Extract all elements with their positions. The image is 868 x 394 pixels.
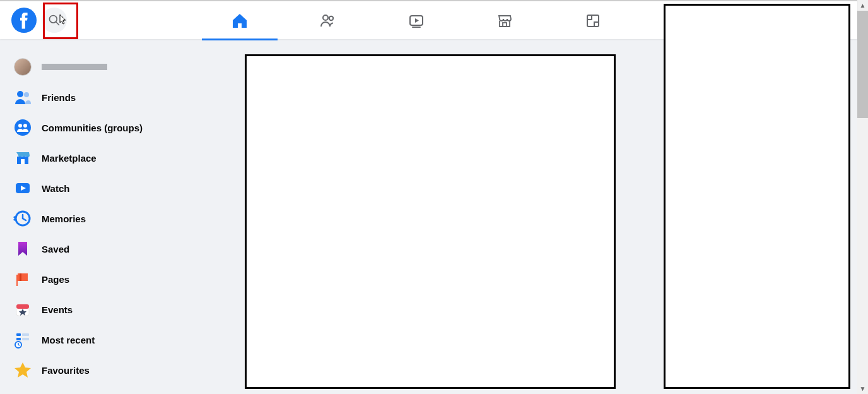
sidebar-item-label: Friends xyxy=(42,92,76,103)
sidebar-saved[interactable]: Saved xyxy=(5,234,216,264)
scrollbar[interactable]: ▲ ▼ xyxy=(857,0,868,394)
svg-rect-26 xyxy=(16,338,21,340)
memories-icon xyxy=(11,207,34,230)
svg-rect-24 xyxy=(16,333,21,336)
svg-point-13 xyxy=(18,124,22,128)
svg-rect-27 xyxy=(22,338,29,340)
nav-marketplace[interactable] xyxy=(486,2,524,40)
search-button[interactable] xyxy=(42,8,67,33)
marketplace-icon xyxy=(496,12,513,30)
svg-rect-16 xyxy=(21,159,25,164)
sidebar-communities[interactable]: Communities (groups) xyxy=(5,112,216,143)
sidebar-item-label: Marketplace xyxy=(42,153,97,164)
sidebar-most-recent[interactable]: Most recent xyxy=(5,325,216,355)
sidebar-item-label: Communities (groups) xyxy=(42,122,143,133)
saved-icon xyxy=(11,237,34,260)
nav-home[interactable] xyxy=(221,2,259,40)
pages-icon xyxy=(11,268,34,290)
svg-rect-8 xyxy=(503,23,507,27)
svg-rect-25 xyxy=(22,333,29,336)
watch-icon xyxy=(11,177,34,200)
friends-icon xyxy=(319,12,337,30)
svg-rect-23 xyxy=(16,304,29,309)
sidebar-item-label: Most recent xyxy=(42,335,95,345)
right-side-panel xyxy=(664,4,850,389)
sidebar-item-label: Pages xyxy=(42,274,69,285)
watch-icon xyxy=(408,12,425,30)
sidebar-events[interactable]: Events xyxy=(5,294,216,325)
events-icon xyxy=(11,298,34,321)
sidebar-profile[interactable] xyxy=(5,52,216,82)
nav-watch[interactable] xyxy=(397,2,435,40)
nav-friends[interactable] xyxy=(309,2,347,40)
svg-point-5 xyxy=(329,16,333,20)
svg-point-4 xyxy=(323,15,328,20)
avatar xyxy=(14,58,32,76)
nav-gaming[interactable] xyxy=(574,2,612,40)
scroll-up-button[interactable]: ▲ xyxy=(857,0,868,11)
main-content-panel xyxy=(245,54,616,389)
svg-rect-21 xyxy=(20,273,21,281)
sidebar-item-label: Saved xyxy=(42,244,69,254)
sidebar-marketplace[interactable]: Marketplace xyxy=(5,143,216,173)
sidebar-item-label: Watch xyxy=(42,183,69,194)
sidebar-friends[interactable]: Friends xyxy=(5,82,216,112)
profile-name-placeholder xyxy=(42,64,107,70)
svg-line-2 xyxy=(56,22,59,25)
scroll-down-button[interactable]: ▼ xyxy=(857,383,868,394)
svg-point-11 xyxy=(24,92,29,97)
sidebar-item-label: Favourites xyxy=(42,365,90,376)
friends-icon xyxy=(11,86,34,109)
sidebar: Friends Communities (groups) Marketplace… xyxy=(0,44,221,393)
nav-tabs xyxy=(221,1,612,40)
gaming-icon xyxy=(584,12,602,30)
sidebar-item-label: Events xyxy=(42,304,73,315)
svg-rect-20 xyxy=(16,275,18,286)
svg-point-14 xyxy=(23,124,27,128)
marketplace-icon xyxy=(11,146,34,169)
svg-rect-19 xyxy=(18,273,28,281)
groups-icon xyxy=(11,116,34,139)
sidebar-memories[interactable]: Memories xyxy=(5,203,216,234)
home-icon xyxy=(231,12,249,30)
svg-rect-9 xyxy=(587,15,599,27)
most-recent-icon xyxy=(11,328,34,351)
svg-point-10 xyxy=(17,91,23,97)
scroll-thumb[interactable] xyxy=(857,11,868,118)
svg-point-12 xyxy=(15,119,31,136)
brand-area xyxy=(0,8,67,33)
search-icon xyxy=(48,14,61,27)
facebook-logo[interactable] xyxy=(11,8,37,33)
favourites-icon xyxy=(11,359,34,381)
sidebar-item-label: Memories xyxy=(42,213,86,224)
sidebar-watch[interactable]: Watch xyxy=(5,173,216,203)
sidebar-favourites[interactable]: Favourites xyxy=(5,355,216,385)
sidebar-pages[interactable]: Pages xyxy=(5,264,216,294)
